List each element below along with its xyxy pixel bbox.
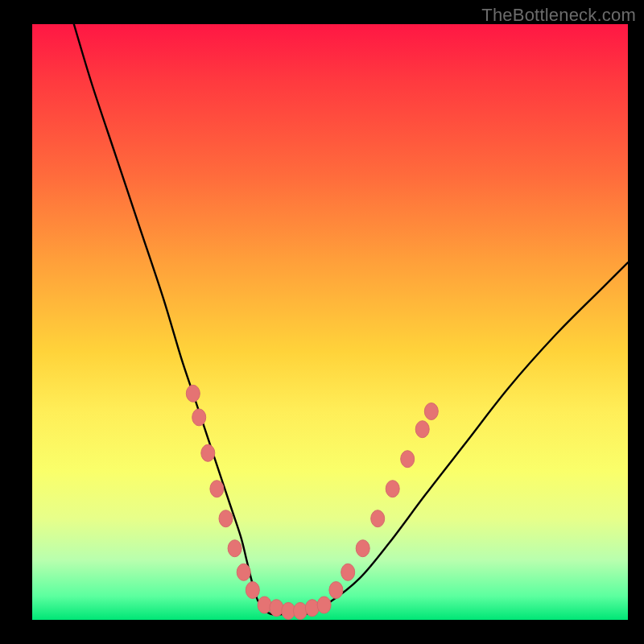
curve-marker: [192, 409, 206, 426]
curve-marker: [219, 510, 233, 527]
chart-plot-area: [32, 24, 628, 620]
curve-marker: [329, 582, 343, 599]
curve-marker: [246, 582, 259, 599]
curve-marker: [228, 540, 242, 557]
curve-marker: [424, 403, 438, 420]
bottleneck-curve-line: [74, 24, 628, 615]
curve-marker: [415, 421, 429, 438]
curve-marker: [186, 385, 200, 402]
curve-marker: [294, 602, 308, 619]
curve-marker: [270, 600, 283, 617]
curve-marker: [237, 564, 250, 580]
curve-marker: [341, 564, 355, 580]
curve-marker: [386, 481, 399, 497]
curve-marker: [356, 540, 369, 557]
curve-marker: [305, 600, 319, 617]
curve-marker: [201, 444, 215, 461]
curve-marker: [371, 510, 385, 527]
bottleneck-curve-svg: [32, 24, 628, 620]
curve-marker: [401, 451, 415, 468]
curve-marker: [317, 597, 331, 613]
curve-marker: [258, 597, 271, 613]
curve-marker: [210, 481, 224, 497]
chart-frame: TheBottleneck.com: [0, 0, 644, 644]
curve-markers: [186, 385, 438, 619]
watermark-text: TheBottleneck.com: [481, 5, 636, 26]
